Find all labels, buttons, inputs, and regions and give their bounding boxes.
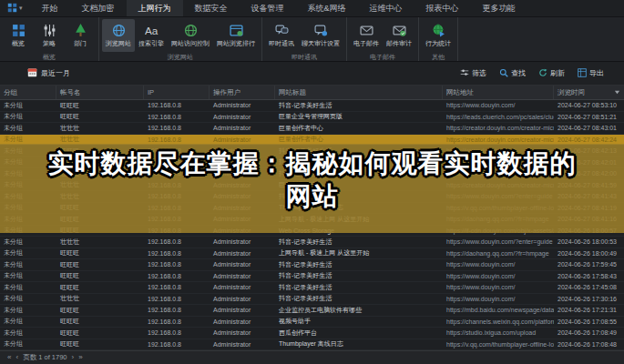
table-cell: https://mbd.baidu.com/newspage/data/land… <box>443 305 554 316</box>
table-header: 分组帐号名IP操作用户网站标题网站地址浏览时间 <box>0 86 624 100</box>
ribbon-item[interactable]: 电子邮件 <box>350 19 383 52</box>
ribbon-item-label: 概览 <box>12 39 25 48</box>
ribbon-item[interactable]: 聊天审计设置 <box>298 19 343 52</box>
menu-tab[interactable]: 数据安全 <box>183 0 240 16</box>
menu-tab[interactable]: 文档加密 <box>70 0 127 16</box>
table-cell: 2024-06-27 08:53:10 <box>554 100 624 111</box>
table-cell: Administrator <box>210 328 275 339</box>
table-cell: 旺旺旺 <box>56 112 144 123</box>
column-header[interactable]: IP <box>144 86 210 99</box>
column-header[interactable]: 网站地址 <box>443 86 554 99</box>
ribbon-item[interactable]: 网站浏览排行 <box>213 19 259 52</box>
table-cell: 192.168.0.8 <box>144 112 210 123</box>
app-menu-button[interactable]: ▾ <box>0 0 30 16</box>
toolbar-action-label: 筛选 <box>472 68 486 78</box>
ribbon-group-items: 概览策略部门 <box>3 19 96 52</box>
table-cell: 2024-06-26 17:08:55 <box>554 317 624 328</box>
table-cell: 2024-06-26 17:30:16 <box>554 294 624 305</box>
table-row[interactable]: 未分组旺旺旺192.168.0.8Administrator企业监控员工电脑软件… <box>0 305 624 317</box>
filter-action-button[interactable]: 筛选 <box>460 68 486 79</box>
column-header[interactable]: 分组 <box>0 86 56 99</box>
menu-tab[interactable]: 设备管理 <box>240 0 296 16</box>
table-cell: Administrator <box>210 248 275 259</box>
toolbar-action-label: 导出 <box>589 68 604 78</box>
ribbon-item[interactable]: Aa搜索引擎 <box>135 19 168 52</box>
table-cell: https://www.douyin.com/ <box>443 282 554 293</box>
ribbon-item[interactable]: 即时通讯 <box>265 19 298 52</box>
ribbon-item[interactable]: 浏览网站 <box>102 19 135 52</box>
table-cell: 192.168.0.8 <box>144 294 210 305</box>
table-cell: 抖音-记录美好生活 <box>275 259 443 270</box>
table-cell: 2024-06-26 18:00:49 <box>554 248 624 259</box>
mail-icon <box>360 24 373 37</box>
column-header[interactable]: 帐号名 <box>56 86 144 99</box>
menu-tab[interactable]: 系统&网络 <box>296 0 358 16</box>
table-cell: 旺旺旺 <box>56 259 144 270</box>
table-cell: 未分组 <box>0 237 56 248</box>
table-row[interactable]: 未分组旺旺旺192.168.0.8Administrator上网导航 - 极速上… <box>0 248 624 260</box>
title-bar: ▾ 开始文档加密上网行为数据安全设备管理系统&网络运维中心报表中心更多功能 <box>0 0 624 17</box>
ribbon: 概览策略部门概览浏览网站Aa搜索引擎网站访问控制网站浏览排行浏览网站即时通讯聊天… <box>0 17 624 62</box>
table-row[interactable]: 未分组旺旺旺192.168.0.8Administrator抖音-记录美好生活h… <box>0 282 624 294</box>
table-cell: https://www.douyin.com/?enter=guide <box>443 237 554 248</box>
ribbon-group-items: 浏览网站Aa搜索引擎网站访问控制网站浏览排行 <box>102 19 259 52</box>
export-action-button[interactable]: 导出 <box>578 68 604 79</box>
table-row[interactable]: 未分组旺旺旺192.168.0.8Administrator巨量企业号管理网页版… <box>0 112 624 124</box>
table-row[interactable]: 未分组旺旺旺192.168.0.8Administrator抖音-记录美好生活h… <box>0 100 624 112</box>
pager-next-button[interactable]: › <box>72 354 75 361</box>
table-cell: https://leads.cluerich.com/pc/sales/clue… <box>443 112 554 123</box>
table-cell: 2024-06-26 17:21:31 <box>554 305 624 316</box>
ribbon-item[interactable]: 策略 <box>34 19 65 52</box>
table-row[interactable]: 未分组壮壮壮192.168.0.8Administrator抖音-记录美好生活h… <box>0 237 624 248</box>
refresh-action-button[interactable]: 刷新 <box>538 68 565 79</box>
table-cell: 2024-06-26 17:08:49 <box>554 328 624 339</box>
menu-tab[interactable]: 更多功能 <box>471 0 527 16</box>
table-cell: 192.168.0.8 <box>144 248 210 259</box>
pager-last-button[interactable]: » <box>78 354 82 361</box>
column-header-label: 分组 <box>4 88 17 97</box>
chevron-down-icon[interactable] <box>614 89 620 96</box>
pager-first-button[interactable]: « <box>7 354 11 361</box>
table-cell: 旺旺旺 <box>56 282 144 293</box>
menu-tab[interactable]: 运维中心 <box>358 0 414 16</box>
table-row[interactable]: 未分组旺旺旺192.168.0.8Administrator抖音-记录美好生活h… <box>0 271 624 283</box>
table-cell: 2024-06-26 17:59:45 <box>554 259 624 270</box>
date-range-filter[interactable]: 最近一月 <box>27 67 70 79</box>
menu-tab[interactable]: 开始 <box>30 0 70 16</box>
column-header[interactable]: 网站标题 <box>275 86 443 99</box>
table-cell: 旺旺旺 <box>56 305 144 316</box>
search-action-button[interactable]: 查找 <box>499 68 526 79</box>
column-header[interactable]: 浏览时间 <box>554 86 624 99</box>
table-cell: 抖音-记录美好生活 <box>275 237 443 248</box>
ribbon-item[interactable]: 网站访问控制 <box>168 19 213 52</box>
ribbon-item[interactable]: 部门 <box>65 19 96 52</box>
ribbon-item-label: 浏览网站 <box>106 39 131 48</box>
table-row[interactable]: 未分组旺旺旺192.168.0.8Administrator西瓜创作平台http… <box>0 328 624 339</box>
table-row[interactable]: 未分组壮壮壮192.168.0.8Administrator抖音-记录美好生活h… <box>0 294 624 306</box>
menu-tab[interactable]: 上网行为 <box>127 0 183 16</box>
sliders-icon <box>43 24 56 37</box>
table-cell: 未分组 <box>0 248 56 259</box>
status-bar: « ‹ 页数 1 of 1790 › » <box>0 350 624 364</box>
table-cell: 壮壮壮 <box>56 123 144 134</box>
ribbon-group-items: 即时通讯聊天审计设置 <box>265 19 343 52</box>
ribbon-item-label: 行为统计 <box>425 39 451 48</box>
ribbon-item-label: 邮件审计 <box>386 39 412 48</box>
ribbon-item[interactable]: 行为统计 <box>422 19 455 52</box>
table-row[interactable]: 未分组旺旺旺192.168.0.8Administrator视频号助手https… <box>0 317 624 329</box>
column-header[interactable]: 操作用户 <box>210 86 275 99</box>
menu-tab[interactable]: 报表中心 <box>414 0 471 16</box>
table-cell: 西瓜创作平台 <box>275 328 443 339</box>
table-row[interactable]: 未分组壮壮壮192.168.0.8Administrator巨量创作者中心htt… <box>0 123 624 135</box>
globe-blue-icon <box>112 24 126 37</box>
export-icon <box>578 68 587 79</box>
ribbon-item[interactable]: 概览 <box>3 19 34 52</box>
ribbon-item[interactable]: 邮件审计 <box>383 19 415 52</box>
table-cell: 巨量企业号管理网页版 <box>275 112 443 123</box>
pager-prev-button[interactable]: ‹ <box>15 354 18 361</box>
ribbon-item-label: 聊天审计设置 <box>302 39 340 48</box>
table-row[interactable]: 未分组旺旺旺192.168.0.8Administrator抖音-记录美好生活h… <box>0 259 624 271</box>
table-row[interactable]: 未分组旺旺旺192.168.0.8AdministratorThumbplaye… <box>0 339 624 351</box>
toolbar-action-label: 查找 <box>511 68 526 78</box>
table-cell: https://channels.weixin.qq.com/platform/… <box>443 317 554 328</box>
